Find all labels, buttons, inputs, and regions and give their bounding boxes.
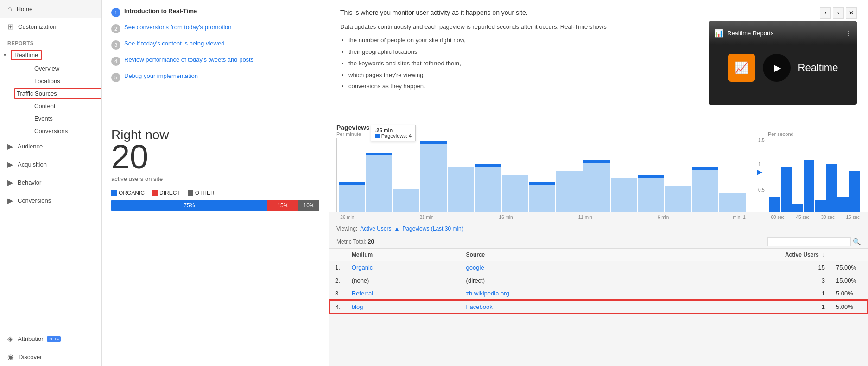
step-4[interactable]: 4 Review performance of today's tweets a… — [111, 56, 319, 66]
sidebar-attribution[interactable]: ◈ Attribution BETA — [0, 330, 101, 348]
sidebar-home[interactable]: ⌂ Home — [0, 0, 101, 18]
attribution-beta-badge: BETA — [47, 336, 61, 342]
step-3-num: 3 — [111, 40, 120, 50]
acquisition-label: Acquisition — [18, 161, 47, 168]
realtime-collapse-icon: ▾ — [4, 52, 6, 58]
analytics-logo: 📈 — [728, 54, 755, 82]
viewing-row: Viewing: Active Users ▲ Pageviews (Last … — [329, 223, 868, 235]
sidebar-acquisition[interactable]: ▶ Acquisition — [0, 155, 101, 173]
video-title: Realtime Reports — [727, 30, 773, 37]
sidebar-realtime[interactable]: ▾ Realtime — [0, 48, 101, 62]
col-users-header[interactable]: Active Users ↓ — [651, 249, 830, 261]
video-thumbnail[interactable]: 📊 Realtime Reports ⋮ 📈 Realtime — [709, 21, 857, 105]
metric-label: Metric Total: — [336, 238, 366, 245]
chart-section: Pageviews Per minute 6 4 2 — [329, 118, 868, 212]
other-label: OTHER — [195, 190, 215, 196]
row-pct: 5.00% — [830, 287, 868, 301]
traffic-sources-box[interactable]: Traffic Sources — [14, 88, 101, 99]
traffic-bar: 75% 15% 10% — [111, 200, 319, 211]
play-button[interactable] — [763, 54, 791, 82]
direct-color — [152, 190, 158, 196]
expand-chart-button[interactable]: ▶ — [757, 131, 762, 212]
sidebar-conversions2[interactable]: ▶ Conversions — [0, 192, 101, 210]
right-panel: Pageviews Per minute 6 4 2 — [329, 118, 868, 366]
data-table-container: Medium Source Active Users ↓ 1. Organic … — [329, 249, 868, 314]
sidebar-audience[interactable]: ▶ Audience — [0, 137, 101, 155]
col-pct-header — [830, 249, 868, 261]
sidebar-behavior[interactable]: ▶ Behavior — [0, 173, 101, 192]
realtime-box[interactable]: Realtime — [11, 50, 42, 60]
close-button[interactable]: ✕ — [846, 7, 857, 19]
search-icon[interactable]: 🔍 — [853, 238, 861, 245]
step-2[interactable]: 2 See conversions from today's promotion — [111, 24, 319, 33]
col-users-label: Active Users — [785, 251, 819, 258]
attribution-icon: ◈ — [7, 334, 13, 343]
pageviews-tab[interactable]: Pageviews (Last 30 min) — [402, 225, 463, 232]
per-sec-bars — [768, 138, 861, 212]
nav-next-button[interactable]: › — [833, 7, 844, 19]
acquisition-icon: ▶ — [7, 160, 13, 169]
step-4-num: 4 — [111, 57, 120, 66]
active-users-sub: active users on site — [111, 175, 319, 182]
row-source[interactable]: Facebook — [461, 300, 652, 314]
row-medium: (none) — [346, 274, 461, 287]
conversions-icon: ▶ — [7, 196, 13, 205]
step-1[interactable]: 1 Introduction to Real-Time — [111, 7, 319, 17]
main-chart: 6 4 2 — [336, 138, 748, 212]
behavior-icon: ▶ — [7, 178, 13, 187]
bullet-5: conversions as they happen. — [348, 82, 699, 91]
step-5[interactable]: 5 Debug your implementation — [111, 72, 319, 82]
sidebar-events[interactable]: Events — [14, 112, 101, 125]
nav-prev-button[interactable]: ‹ — [820, 7, 831, 19]
table-search-input[interactable] — [767, 237, 851, 246]
sidebar-overview[interactable]: Overview — [14, 62, 101, 75]
direct-pct: 15% — [277, 202, 288, 209]
intro-bullets: the number of people on your site right … — [340, 36, 699, 91]
per-sec-x-labels: -60 sec-45 sec-30 sec-15 sec — [768, 215, 861, 220]
customization-icon: ⊞ — [7, 22, 13, 31]
row-medium[interactable]: Organic — [346, 261, 461, 274]
row-medium[interactable]: blog — [346, 300, 461, 314]
row-source[interactable]: google — [461, 261, 652, 274]
row-medium[interactable]: Referral — [346, 287, 461, 301]
video-header: 📊 Realtime Reports ⋮ — [709, 21, 857, 45]
row-pct: 15.00% — [830, 274, 868, 287]
conversions2-label: Conversions — [18, 197, 51, 204]
row-users: 15 — [651, 261, 830, 274]
table-body: 1. Organic google 15 75.00% 2. (none) (d… — [329, 261, 868, 314]
direct-bar: 15% — [267, 200, 298, 211]
tooltip-color — [375, 134, 380, 138]
expand-icon: ▲ — [394, 225, 400, 232]
row-num: 4. — [329, 300, 346, 314]
row-users: 1 — [651, 287, 830, 301]
audience-icon: ▶ — [7, 142, 13, 151]
step-3[interactable]: 3 See if today's content is being viewed — [111, 40, 319, 50]
y-label-4: 4 — [329, 172, 329, 177]
sidebar-discover[interactable]: ◉ Discover — [0, 348, 101, 366]
active-users-tab[interactable]: Active Users — [360, 225, 391, 232]
legend-direct: DIRECT — [152, 190, 180, 196]
sidebar-conversions[interactable]: Conversions — [14, 125, 101, 137]
reports-section-label: REPORTS — [0, 36, 101, 48]
sidebar-content[interactable]: Content — [14, 100, 101, 112]
other-pct: 10% — [304, 202, 315, 209]
organic-bar: 75% — [111, 200, 267, 211]
step-1-label: Introduction to Real-Time — [124, 7, 197, 14]
step-2-num: 2 — [111, 24, 120, 33]
data-table: Medium Source Active Users ↓ 1. Organic … — [329, 249, 868, 314]
sidebar-locations[interactable]: Locations — [14, 75, 101, 87]
metric-value: 20 — [368, 238, 374, 245]
bullet-4: which pages they're viewing, — [348, 71, 699, 80]
step-5-label: Debug your implementation — [124, 72, 198, 79]
left-panel: Right now 20 active users on site ORGANI… — [102, 118, 329, 366]
sidebar-customization[interactable]: ⊞ Customization — [0, 18, 101, 36]
per-second-chart: 1.5 1 0.5 — [768, 138, 861, 212]
col-source-header[interactable]: Source — [461, 249, 652, 261]
home-label: Home — [17, 6, 33, 13]
col-medium-header[interactable]: Medium — [346, 249, 461, 261]
row-source[interactable]: zh.wikipedia.org — [461, 287, 652, 301]
other-color — [188, 190, 193, 196]
traffic-sources-label: Traffic Sources — [17, 90, 57, 97]
step-4-label: Review performance of today's tweets and… — [124, 56, 253, 63]
metric-total-row: Metric Total: 20 🔍 — [329, 235, 868, 249]
